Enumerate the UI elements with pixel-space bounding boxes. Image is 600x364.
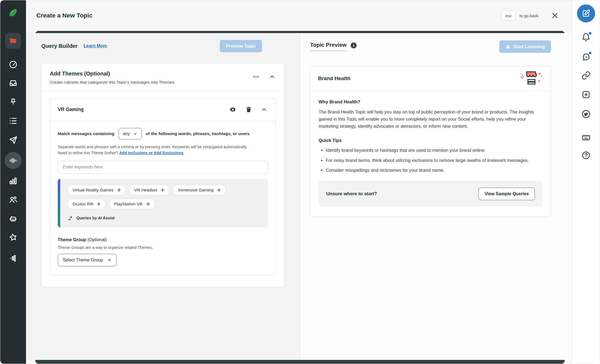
- theme-name: VR Gaming: [58, 107, 83, 112]
- compose-pen-icon: [582, 9, 590, 18]
- add-themes-title: Add Themes (Optional): [50, 71, 175, 77]
- notification-dot: [588, 31, 592, 35]
- suggested-keyword-chip[interactable]: VR Headset: [129, 185, 170, 195]
- delete-theme-trash-icon[interactable]: [245, 106, 253, 113]
- link-icon: [581, 71, 591, 80]
- ai-assist-sparkle-icon: [68, 215, 73, 221]
- quick-actions-dot: [588, 51, 592, 55]
- keyboard-shortcuts-button[interactable]: [581, 133, 591, 142]
- match-suffix-label: of the following words, phrases, hashtag…: [146, 131, 250, 136]
- add-inclusions-exclusions-link[interactable]: Add Inclusions or Add Exclusions: [119, 151, 184, 155]
- add-keyword-plus-icon: [217, 188, 221, 192]
- sidebar-item-publishing[interactable]: [8, 135, 18, 145]
- sidebar-item-reviews[interactable]: [8, 233, 18, 242]
- page-title: Create a New Topic: [36, 12, 93, 19]
- modal-header: Create a New Topic esc to go back: [26, 0, 572, 31]
- sidebar-item-pin[interactable]: [9, 97, 18, 106]
- sidebar-item-reports[interactable]: [8, 176, 18, 185]
- quick-tip-item: For noisy brand terms, think about utili…: [326, 157, 543, 164]
- ai-assist-label: Queries by AI Assist: [76, 216, 115, 220]
- theme-group-select[interactable]: Select Theme Group: [58, 254, 117, 266]
- close-icon[interactable]: [550, 11, 560, 21]
- star-icon: [8, 233, 18, 242]
- help-question-icon: [581, 151, 591, 160]
- brand-health-card: Brand Health: [310, 66, 551, 217]
- preview-theme-eye-icon[interactable]: [229, 105, 237, 114]
- query-builder-panel: Query Builder Learn More Preview Topic A…: [26, 33, 300, 360]
- add-keyword-plus-icon: [161, 188, 165, 192]
- keywords-helper-text: Separate words and phrases with a comma …: [58, 144, 258, 156]
- start-listening-button[interactable]: Start Listening: [499, 40, 551, 53]
- topic-preview-panel: Topic Preview S: [300, 33, 572, 360]
- modal-content: Query Builder Learn More Preview Topic A…: [26, 31, 572, 364]
- esc-key-badge: esc: [501, 11, 515, 20]
- more-options-icon[interactable]: [252, 73, 260, 81]
- inbox-icon: [8, 78, 18, 88]
- link-button[interactable]: [581, 71, 591, 80]
- match-operator-select[interactable]: any: [119, 128, 142, 139]
- right-utility-rail: [572, 0, 600, 364]
- people-icon: [8, 195, 18, 205]
- help-button[interactable]: [581, 151, 591, 160]
- add-keyword-plus-icon: [117, 188, 121, 192]
- preview-topic-button[interactable]: Preview Topic: [220, 40, 262, 52]
- twitter-search-button[interactable]: [581, 109, 591, 119]
- notifications-button[interactable]: [581, 33, 591, 42]
- sidebar-item-dashboard[interactable]: [8, 60, 18, 69]
- match-operator-value: any: [123, 131, 130, 136]
- why-brand-health-body: The Brand Health Topic will help you sta…: [319, 108, 543, 130]
- chevron-down-icon: [107, 258, 112, 262]
- folder-icon: [9, 37, 17, 45]
- add-keyword-plus-icon: [146, 202, 150, 206]
- suggested-keyword-chip[interactable]: Immersive Gaming: [173, 185, 226, 195]
- quick-tips-title: Quick Tips: [319, 138, 543, 143]
- brand-health-title: Brand Health: [318, 75, 350, 81]
- lock-icon: [505, 44, 510, 49]
- theme-group-description: Theme Groups are a way to organize relat…: [58, 245, 268, 250]
- ai-suggestions-box: Virtual Reality Games VR Headset: [58, 179, 268, 228]
- sidebar-item-feed[interactable]: [8, 116, 18, 126]
- ai-gradient-bar: [58, 179, 60, 228]
- storefront-illustration-icon: [520, 70, 543, 87]
- theme-group-section: Theme Group (Optional) Theme Groups are …: [58, 237, 268, 266]
- sample-queries-cta: Unsure where to start? View Sample Queri…: [319, 181, 543, 207]
- bot-icon: [8, 214, 18, 224]
- app-window: Create a New Topic esc to go back Query …: [0, 0, 600, 364]
- sidebar-item-folders[interactable]: [5, 33, 21, 49]
- quick-tip-item: Identify brand keywords or hashtags that…: [326, 147, 543, 154]
- suggested-keyword-chip[interactable]: PlayStation VR: [109, 199, 155, 209]
- keyboard-icon: [581, 133, 591, 142]
- learn-more-link[interactable]: Learn More: [83, 43, 107, 48]
- quick-actions-button[interactable]: [581, 52, 591, 62]
- why-brand-health-title: Why Brand Health?: [319, 99, 543, 104]
- quick-tip-item: Consider misspellings and nicknames for …: [326, 167, 543, 174]
- twitter-search-icon: [581, 109, 591, 119]
- sidebar-item-bot[interactable]: [8, 214, 18, 224]
- chevron-down-icon: [133, 132, 137, 136]
- left-nav-rail: [0, 0, 26, 364]
- add-themes-subtitle: Create rulesets that categorize this Top…: [50, 80, 175, 85]
- compose-button[interactable]: [577, 4, 595, 22]
- bar-chart-icon: [8, 176, 18, 185]
- pin-icon: [9, 97, 18, 106]
- suggested-keyword-chip[interactable]: Oculus Rift: [68, 199, 106, 209]
- create-button[interactable]: [581, 90, 591, 99]
- suggested-keyword-chip[interactable]: Virtual Reality Games: [68, 185, 126, 195]
- theme-group-optional-label: (Optional): [87, 237, 106, 242]
- listening-audio-wave-icon: [9, 156, 17, 165]
- view-sample-queries-button[interactable]: View Sample Queries: [478, 188, 535, 200]
- sidebar-item-network[interactable]: [9, 254, 18, 263]
- network-dots-icon: [9, 254, 18, 263]
- sidebar-item-audience[interactable]: [8, 195, 18, 205]
- escape-hint-group: esc to go back: [501, 11, 560, 21]
- cta-question: Unsure where to start?: [326, 191, 377, 197]
- sprout-logo-icon: [7, 7, 19, 19]
- sidebar-item-inbox[interactable]: [8, 78, 18, 88]
- collapse-card-chevron-up-icon[interactable]: [268, 73, 276, 81]
- collapse-theme-chevron-up-icon[interactable]: [260, 106, 268, 113]
- query-builder-title: Query Builder: [41, 43, 77, 49]
- keywords-input[interactable]: [58, 161, 268, 174]
- theme-group-title: Theme Group: [58, 237, 86, 242]
- sidebar-item-listening[interactable]: [5, 152, 22, 169]
- info-icon[interactable]: [350, 42, 357, 49]
